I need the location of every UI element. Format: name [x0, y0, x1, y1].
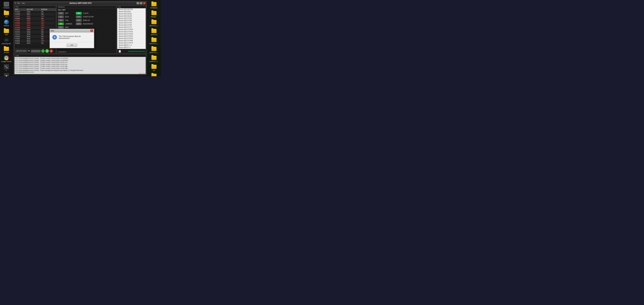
list-item[interactable]: - Bosch EDC16U31 [117, 13, 146, 15]
dpf-left-toggle[interactable]: ON [58, 12, 64, 15]
table-row[interactable]: P242D9261ON [14, 13, 56, 15]
desktop-icon-c[interactable]: 🔧 C [1, 64, 12, 72]
list-item[interactable]: - Bosch EDC17C46 [117, 20, 146, 22]
minimize-button[interactable]: ─ [136, 2, 139, 4]
list-item[interactable]: - Bosch EDC17C54 [117, 22, 146, 24]
desktop-icon-vliewski[interactable]: В.Лиевски [148, 1, 160, 9]
status-cell: ON [40, 11, 54, 13]
list-item[interactable]: - Bosch MED17.1.1 [117, 44, 146, 46]
list-item[interactable]: - Bosch EDC17U01 [117, 17, 146, 20]
table-row[interactable]: P246E9326OFF [14, 27, 56, 29]
desktop-icon-label: VM Wor [4, 52, 9, 53]
desktop-icon-computer[interactable]: Computer [1, 1, 12, 9]
upload-button[interactable]: ↑ [45, 49, 49, 53]
dtc-cell: P2478 [14, 31, 26, 33]
tva-left-toggle[interactable]: ON [58, 19, 64, 22]
search-input[interactable] [31, 50, 40, 53]
dtc-cell: P242F [14, 15, 26, 18]
desktop-icon-dex[interactable]: DeX Samsung DeX [1, 37, 12, 45]
list-item[interactable]: - Bosch EDC17CP74 [117, 42, 146, 44]
dpf-label: DPF [65, 12, 74, 14]
adblue-label: ADBLUE [83, 19, 90, 21]
desktop-icon-chrome[interactable]: Google Chrome [1, 55, 12, 63]
desktop-icon-label: Карадж... [151, 16, 157, 18]
dtc-int-cell: 9338 [26, 33, 40, 36]
list-item[interactable]: - Bosch EDC16U34 [117, 15, 146, 17]
desktop-icon-htb[interactable]: 📁 HTB17mNr... [1, 73, 12, 76]
maximize-button[interactable]: □ [140, 2, 142, 4]
status-cell: ON [40, 18, 54, 20]
list-item[interactable]: - Bosch EDC17CP14 [117, 31, 146, 33]
desktop-icon-ond[interactable]: OnD [1, 28, 12, 36]
dtc-cell: P244C [14, 18, 26, 20]
download-button[interactable]: ↓ [41, 49, 45, 53]
list-item[interactable]: - Bosch EDC16U1 [117, 11, 146, 13]
desktop-icon-20210714-3[interactable]: 20210714_1... [148, 46, 160, 54]
egr-right-toggle[interactable]: OFF [76, 16, 82, 18]
list-item[interactable]: - Bosch EDC17C64 [117, 24, 146, 26]
table-row[interactable]: P24639315OFF [14, 24, 56, 27]
dpf-right-toggle[interactable]: ON [76, 12, 82, 15]
table-row[interactable]: P244C9292ON [14, 18, 56, 20]
desktop-icon-20210714-2[interactable]: 20210714_1... [148, 37, 160, 45]
dialog-body: i The TVA Connector Must be disconnected… [50, 33, 94, 42]
list-item[interactable]: - Bosch MED17.4 [117, 46, 146, 49]
desktop-icon-label: 20210714_1... [149, 52, 158, 53]
col-dtc-int: DTC INT [26, 8, 40, 11]
dtc-cell: P242D [14, 13, 26, 15]
dtc-int-cell: 9299 [26, 20, 40, 22]
dtc-cell: P247A [14, 33, 26, 36]
dtc-int-cell: 9326 [26, 27, 40, 29]
close-button[interactable]: ✕ [143, 2, 146, 4]
table-row[interactable]: P24589304OFF [14, 22, 56, 24]
table-row[interactable]: P242F9263OFF [14, 15, 56, 18]
menu-file[interactable]: File [17, 2, 20, 4]
list-item[interactable]: - Bosch EDC17CP04 [117, 29, 146, 31]
desktop-icon-bin[interactable]: Bin [148, 64, 160, 72]
refresh-button[interactable]: ↺ [50, 49, 53, 53]
list-item[interactable]: - Bosch EDC16CP34 [117, 8, 146, 11]
menu-info[interactable]: Info [22, 2, 25, 4]
app-logo: ■ [15, 2, 16, 4]
desktop-icon-vmware[interactable]: VM Wor [1, 46, 12, 54]
list-item[interactable]: - Bosch EDC17CP24 [117, 35, 146, 38]
dtc-int-cell: 9260 [26, 11, 40, 13]
tva-right-toggle[interactable]: OFF [76, 19, 82, 22]
list-item[interactable]: - Bosch EDC17CP20 [117, 33, 146, 35]
list-item[interactable]: - Bosch EDC17C74 [117, 26, 146, 29]
list-item[interactable]: - Bosch EDC17CP44 [117, 38, 146, 40]
lambda-left-toggle[interactable]: ON [58, 23, 64, 25]
desktop-icon-20200727[interactable]: 20200727_0... [148, 55, 160, 63]
dialog-title: Info [51, 30, 54, 32]
dtc-int-cell: 9525 [26, 38, 40, 40]
desktop-icon-dsc[interactable]: DSC_0108 [148, 73, 160, 76]
dialog-footer: OK [50, 42, 94, 48]
list-item[interactable]: - Bosch EDC17CP54 [117, 40, 146, 42]
log-line: DTC P2102 disabled! found 2 time(s) - Th… [15, 61, 145, 63]
desktop-icon-acf[interactable]: ACF [1, 10, 12, 18]
readiness-label: READINESS [83, 23, 93, 25]
desktop-icon-20210714-1[interactable]: 20210714_1... [148, 19, 160, 27]
status-cell: OFF [40, 24, 54, 27]
dtc-cell: P2545 [14, 40, 26, 42]
desktop-icon-network[interactable]: Network [1, 19, 12, 27]
search-icon: 🔍 [28, 50, 30, 52]
table-row[interactable]: P242C9260ON [14, 11, 56, 13]
list-footer-icon: 📋 [118, 50, 122, 53]
desktop-icon-karadj[interactable]: Карадж... [148, 10, 160, 18]
dialog-close-button[interactable]: ✕ [90, 30, 93, 32]
built-label: Built 1028 [139, 73, 146, 74]
egr-left-toggle[interactable]: ON [58, 16, 64, 18]
status-cell: OFF [40, 27, 54, 29]
desktop-icon-20210714[interactable]: 20210714 [148, 28, 160, 36]
dtc-off-button[interactable]: DTC OFF [15, 50, 28, 53]
info-dialog: Info ✕ i The TVA Connector Must be disco… [50, 29, 94, 48]
lambda-right-toggle[interactable]: OFF [76, 23, 82, 25]
table-row[interactable]: P24539299OFF [14, 20, 56, 22]
lambda-label: LAMBDA [65, 23, 74, 25]
maf-left-toggle[interactable]: OFF [58, 26, 64, 29]
desktop-icon-label: Computer [3, 7, 10, 9]
tva-label: TVA [65, 19, 74, 21]
log-line: DTC P2100 disabled! found 2 time(s) - Th… [15, 57, 145, 59]
ok-button[interactable]: OK [66, 44, 77, 47]
